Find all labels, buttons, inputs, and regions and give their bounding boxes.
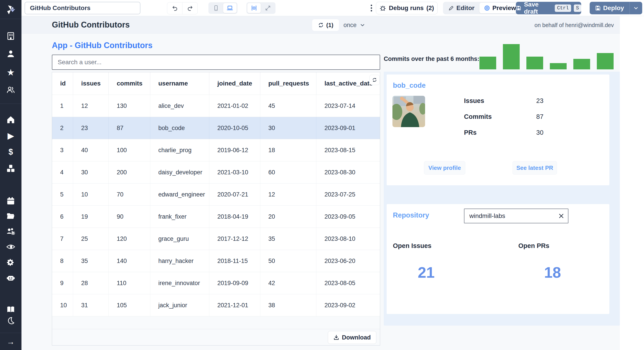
column-header-commits[interactable]: commits [108, 72, 150, 95]
clear-repository-button[interactable] [554, 209, 568, 223]
open-issues-value: 21 [408, 264, 444, 281]
sidebar-item-favorites[interactable]: ★ [0, 68, 22, 77]
sidebar-item-workers[interactable] [0, 227, 22, 236]
table-cell: 30 [260, 117, 316, 139]
table-cell: bob_code [150, 117, 209, 139]
profile-card-title: bob_code [393, 82, 426, 90]
table-cell: 2019-06-12 [209, 139, 260, 161]
table-cell: 100 [108, 139, 150, 161]
table-row[interactable]: 61990frank_fixer2018-04-19202023-09-05 [52, 205, 380, 228]
table-cell: 140 [108, 250, 150, 272]
column-header-pull-requests[interactable]: pull_requests [260, 72, 316, 95]
view-profile-label: View profile [428, 164, 461, 171]
users-gear-icon [6, 227, 16, 236]
sidebar-item-settings[interactable] [0, 257, 22, 267]
repository-input-field [464, 209, 568, 223]
column-header-username[interactable]: username [150, 72, 209, 95]
table-cell: 2021-03-10 [209, 161, 260, 183]
editor-preview-toggle: Editor Preview [443, 2, 522, 14]
undo-button[interactable] [167, 3, 182, 14]
sidebar-item-expand[interactable]: → [0, 337, 22, 347]
commit-bar [597, 53, 614, 69]
table-cell: 2017-12-12 [209, 228, 260, 250]
sidebar-item-groups[interactable] [0, 85, 22, 95]
table-cell: harry_hacker [150, 250, 209, 272]
mobile-view-button[interactable] [209, 3, 223, 13]
app-name-input[interactable] [24, 2, 140, 14]
sidebar-item-schedules[interactable] [0, 196, 22, 206]
repository-input[interactable] [464, 212, 554, 220]
editor-tab[interactable]: Editor [444, 3, 479, 14]
sidebar-item-user[interactable] [0, 49, 22, 59]
table-row[interactable]: 430200daisy_developer2021-03-10602023-08… [52, 161, 380, 183]
table-row[interactable]: 1031105jack_junior2021-12-01382023-09-02 [52, 294, 380, 316]
column-header-joined-date[interactable]: joined_date [209, 72, 260, 95]
table-cell: 30 [73, 161, 108, 183]
desktop-view-button[interactable] [223, 3, 236, 13]
kbd-s: S [574, 5, 581, 12]
redo-button[interactable] [182, 3, 198, 14]
table-cell: 25 [73, 228, 108, 250]
sidebar-item-resources[interactable] [0, 164, 22, 173]
calendar-icon [6, 197, 15, 205]
table-cell: 60 [260, 161, 316, 183]
table-row[interactable]: 51070edward_engineer2020-07-21122023-07-… [52, 183, 380, 205]
sidebar: ★ ▶ $ [0, 0, 22, 350]
save-draft-button[interactable]: Save draft Ctrl S [516, 2, 581, 14]
table-cell: jack_junior [150, 294, 209, 316]
windmill-logo[interactable] [0, 5, 22, 15]
table-cell: 12 [260, 183, 316, 205]
sidebar-item-ai[interactable] [0, 273, 22, 283]
fullscreen-button[interactable] [261, 3, 274, 13]
table-refresh-button[interactable] [370, 75, 380, 85]
sidebar-item-runs[interactable]: ▶ [0, 131, 22, 141]
sidebar-item-dark-mode[interactable] [0, 316, 22, 325]
table-row[interactable]: 928110irene_innovator2019-09-09422023-08… [52, 272, 380, 294]
app-refresh-button[interactable]: (1) [312, 19, 339, 31]
table-row[interactable]: 22387bob_code2020-10-05302023-09-01 [52, 117, 380, 139]
eye-icon [6, 242, 16, 251]
download-button[interactable]: Download [328, 331, 376, 344]
layout-toggle-group [246, 2, 276, 14]
stat-value-commits: 87 [536, 113, 544, 120]
debug-runs-button[interactable]: Debug runs (2) [376, 2, 438, 14]
table-row[interactable]: 340100charlie_prog2019-06-12182023-08-15 [52, 139, 380, 161]
schedule-dropdown[interactable]: once [344, 19, 365, 31]
more-menu-button[interactable] [368, 3, 375, 13]
see-latest-pr-button[interactable]: See latest PR [512, 161, 557, 175]
table-cell: charlie_prog [150, 139, 209, 161]
column-header-issues[interactable]: issues [73, 72, 108, 95]
sidebar-item-workspace[interactable] [0, 31, 22, 41]
expand-icon [265, 5, 271, 11]
on-behalf-of-text: on behalf of henri@windmill.dev [534, 22, 614, 29]
commit-bar [550, 63, 567, 69]
sidebar-item-variables[interactable]: $ [0, 147, 22, 157]
view-profile-button[interactable]: View profile [424, 161, 465, 175]
deploy-dropdown-button[interactable] [630, 2, 642, 14]
sidebar-item-home[interactable] [0, 115, 22, 125]
sidebar-item-folders[interactable] [0, 211, 22, 221]
table-row[interactable]: 725120grace_guru2017-12-12352023-08-10 [52, 228, 380, 250]
table-cell: 2023-08-05 [316, 272, 380, 294]
table-cell: 31 [73, 294, 108, 316]
search-input[interactable] [52, 55, 380, 70]
center-align-button[interactable] [247, 3, 261, 13]
table-cell: 2023-07-25 [316, 183, 380, 205]
deploy-button[interactable]: Deploy [590, 2, 630, 14]
table-cell: 23 [73, 117, 108, 139]
table-body: 112130alice_dev2021-01-02452023-07-14223… [52, 95, 380, 316]
table-row[interactable]: 835140harry_hacker2018-11-15502023-06-20 [52, 250, 380, 272]
mobile-icon [213, 5, 219, 11]
preview-tab[interactable]: Preview [480, 3, 520, 14]
sidebar-divider-bottom [0, 333, 22, 333]
table-row[interactable]: 112130alice_dev2021-01-02452023-07-14 [52, 95, 380, 117]
redo-icon [187, 5, 193, 11]
gear-icon [6, 258, 15, 267]
commits-chart-label: Commits over the past 6 months: [384, 56, 480, 63]
arrow-right-icon: → [7, 337, 15, 347]
column-header-id[interactable]: id [52, 72, 73, 95]
table-cell: edward_engineer [150, 183, 209, 205]
sidebar-item-audit-logs[interactable] [0, 242, 22, 252]
table-cell: 130 [108, 95, 150, 117]
sidebar-item-docs[interactable] [0, 304, 22, 314]
